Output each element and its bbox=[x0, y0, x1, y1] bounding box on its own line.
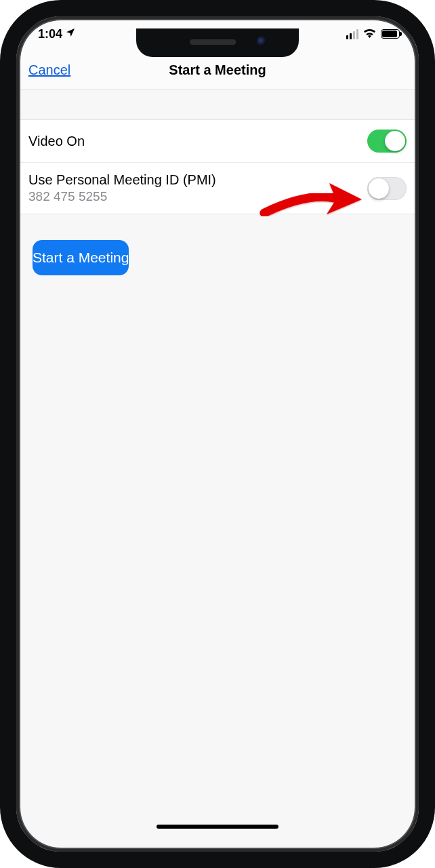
status-bar: 1:04 bbox=[16, 16, 419, 52]
video-on-toggle[interactable] bbox=[367, 130, 407, 153]
settings-list: Video On Use Personal Meeting ID (PMI) 3… bbox=[16, 119, 419, 214]
cancel-button[interactable]: Cancel bbox=[28, 62, 70, 78]
home-indicator bbox=[157, 825, 278, 829]
row-video-on: Video On bbox=[16, 120, 419, 163]
page-title: Start a Meeting bbox=[169, 62, 266, 78]
nav-bar: Cancel Start a Meeting bbox=[16, 52, 419, 90]
row-pmi-value: 382 475 5255 bbox=[28, 189, 216, 204]
phone-screen: 1:04 Cancel Start a Meeting Video On bbox=[16, 16, 419, 852]
battery-icon bbox=[381, 29, 400, 39]
device-mute-switch bbox=[0, 136, 2, 164]
location-icon bbox=[65, 27, 76, 41]
row-use-pmi: Use Personal Meeting ID (PMI) 382 475 52… bbox=[16, 163, 419, 214]
device-volume-down bbox=[0, 250, 3, 302]
cellular-signal-icon bbox=[346, 29, 358, 39]
use-pmi-toggle[interactable] bbox=[367, 177, 407, 200]
status-time: 1:04 bbox=[38, 27, 62, 41]
device-power-button bbox=[432, 194, 435, 275]
row-video-label: Video On bbox=[28, 134, 85, 149]
wifi-icon bbox=[363, 27, 376, 41]
start-meeting-button[interactable]: Start a Meeting bbox=[33, 240, 129, 275]
row-pmi-label: Use Personal Meeting ID (PMI) bbox=[28, 172, 216, 188]
device-volume-up bbox=[0, 183, 3, 236]
